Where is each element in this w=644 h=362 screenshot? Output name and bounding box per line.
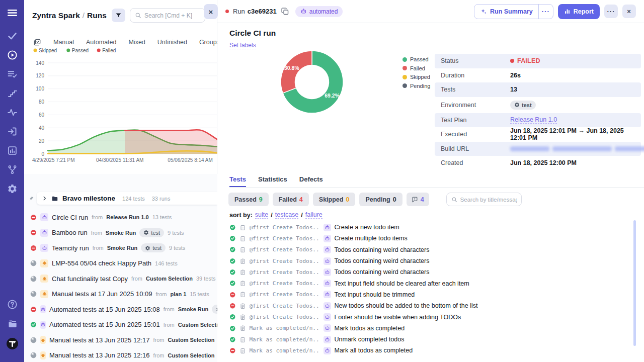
test-suite: @first Create Todos... xyxy=(250,314,320,320)
sidebar-import-icon[interactable] xyxy=(7,126,18,137)
clipboard-icon xyxy=(239,235,246,242)
test-title: Create multiple todo items xyxy=(335,235,408,242)
filter-pending[interactable]: Pending 0 xyxy=(359,193,402,206)
breadcrumb-project[interactable]: Zyntra Spark xyxy=(32,11,80,20)
sidebar-folders-icon[interactable] xyxy=(7,318,18,329)
sidebar-activity-icon[interactable] xyxy=(7,107,18,118)
sidebar-steps-icon[interactable] xyxy=(7,88,18,99)
run-title: LMP-554 05/04 check Happy Path xyxy=(52,259,151,267)
tab-automated[interactable]: Automated xyxy=(86,39,116,46)
legend-dot xyxy=(403,57,407,62)
test-list-item[interactable]: @first Create Todos... New todos should … xyxy=(229,300,629,311)
test-title: Todos containing weird characters xyxy=(335,257,430,264)
detail-row: Test Plan Release Run 1.0 xyxy=(435,113,641,128)
test-list-item[interactable]: @first Create Todos... Footer should be … xyxy=(229,311,629,322)
run-list-item[interactable]: Automated tests at 15 Jun 2025 15:08from… xyxy=(24,302,217,317)
manual-run-icon xyxy=(40,351,46,359)
more-actions-button[interactable]: ··· xyxy=(604,5,618,18)
test-suite: @first Create Todos... xyxy=(250,291,320,298)
panel-close-button[interactable]: × xyxy=(204,4,218,19)
test-list-item[interactable]: @first Create Todos... Todos containing … xyxy=(229,266,629,278)
run-title: Manual tests at 13 Jun 2025 12:17 xyxy=(49,336,149,344)
passed-status-icon xyxy=(229,224,236,231)
sidebar-logo-icon[interactable] xyxy=(6,337,19,350)
detail-row: Created Jun 18, 2025 12:00 PM xyxy=(435,156,641,170)
legend-item: Skipped xyxy=(403,74,430,80)
run-from-label: from xyxy=(131,276,142,282)
run-list-item[interactable]: Bamboo runfrom Smoke Runtest9 tests xyxy=(24,225,217,241)
run-list-item[interactable]: Manual tests at 13 Jun 2025 12:16from Cu… xyxy=(24,348,217,362)
sidebar-play-circle-icon[interactable] xyxy=(7,50,18,60)
test-list-item[interactable]: @first Create Todos... Todos containing … xyxy=(229,255,629,266)
sort-testcase-link[interactable]: testcase xyxy=(275,211,299,219)
filter-skipped[interactable]: Skipped 0 xyxy=(313,193,356,206)
tab-statistics[interactable]: Statistics xyxy=(258,175,287,187)
run-list-item[interactable]: LMP-554 05/04 check Happy Path146 tests xyxy=(24,256,217,272)
test-list-item[interactable]: @first Create Todos... Text input should… xyxy=(229,289,629,300)
automated-badge-label: automated xyxy=(309,8,338,15)
svg-text:04/30/2025 11:31 AM: 04/30/2025 11:31 AM xyxy=(96,157,143,163)
test-list-item[interactable]: Mark as completed/n... Unmark completed … xyxy=(229,334,629,345)
sidebar-check-icon[interactable] xyxy=(7,31,18,41)
tests-scrollbar[interactable] xyxy=(633,220,636,346)
close-run-button[interactable]: × xyxy=(622,5,636,18)
chevron-right-icon[interactable] xyxy=(42,196,47,201)
sidebar-branch-icon[interactable] xyxy=(7,164,18,175)
runs-list-panel: Zyntra Spark/Runs ManualAutomatedMixedUn… xyxy=(24,0,217,362)
sidebar-gear-icon[interactable] xyxy=(7,184,18,194)
filter-passed[interactable]: Passed 9 xyxy=(228,193,269,206)
report-button[interactable]: Report xyxy=(558,4,600,19)
select-all-icon[interactable] xyxy=(33,38,41,46)
run-detail-panel: Run c3e69231 automated Run Summary ··· R… xyxy=(217,0,644,362)
test-list-item[interactable]: @first Create Todos... Text input field … xyxy=(229,278,629,289)
passed-status-icon xyxy=(229,258,236,264)
run-list-item[interactable]: Manual tests at 17 Jun 2025 10:09from pl… xyxy=(24,287,217,302)
test-title: Todos containing weird characters xyxy=(335,268,430,276)
not-executed-status-icon xyxy=(30,291,37,297)
sort-suite-link[interactable]: suite xyxy=(255,211,268,219)
run-list-item[interactable]: Chat functinality test Copyfrom Custom S… xyxy=(24,271,217,287)
test-list-item[interactable]: Mark as completed/n... Mark all todos as… xyxy=(229,345,629,356)
sidebar-list-check-icon[interactable] xyxy=(7,69,18,79)
sidebar-chart-box-icon[interactable] xyxy=(7,145,18,156)
run-from-label: from xyxy=(153,352,164,358)
filter-comments[interactable]: 4 xyxy=(407,193,429,206)
run-list-item[interactable]: Automated tests at 15 Jun 2025 15:01from… xyxy=(24,317,217,333)
detail-value: 13 xyxy=(510,86,517,93)
sidebar-menu-icon[interactable] xyxy=(7,7,18,19)
test-list-item[interactable]: Mark as completed/n... Mark todos as com… xyxy=(229,323,629,334)
legend-item: Pending xyxy=(403,83,430,89)
sidebar-help-icon[interactable] xyxy=(7,299,18,310)
manual-run-icon xyxy=(40,336,46,344)
tests-search-input[interactable] xyxy=(460,197,517,203)
tab-mixed[interactable]: Mixed xyxy=(128,39,145,46)
run-title: Bamboo run xyxy=(52,229,88,236)
test-list-item[interactable]: @first Create Todos... Create a new todo… xyxy=(229,222,629,233)
run-summary-more-button[interactable]: ··· xyxy=(539,5,553,19)
tab-groups[interactable]: Groups xyxy=(199,39,220,46)
sort-failure-link[interactable]: failure xyxy=(305,211,323,219)
tab-tests[interactable]: Tests xyxy=(229,175,246,187)
search-input[interactable] xyxy=(144,12,200,19)
set-labels-link[interactable]: Set labels xyxy=(229,42,256,49)
run-summary-button[interactable]: Run Summary ··· xyxy=(474,4,553,19)
run-list-item[interactable]: Manual tests at 13 Jun 2025 12:17from Cu… xyxy=(24,332,217,348)
run-source: Smoke Run xyxy=(106,230,136,236)
test-title: Mark all todos as completed xyxy=(335,347,413,354)
tab-manual[interactable]: Manual xyxy=(53,39,74,46)
automated-test-icon xyxy=(324,280,331,287)
tab-defects[interactable]: Defects xyxy=(299,175,323,187)
svg-text:20: 20 xyxy=(39,138,45,144)
runs-history-chart: 020406080100120140SkippedPassedFailed4/2… xyxy=(24,46,217,171)
run-list-item[interactable]: Circle CI runfrom Release Run 1.013 test… xyxy=(24,210,217,225)
milestone-row[interactable]: Bravo milestone 124 tests 33 runs xyxy=(28,192,217,205)
test-list-item[interactable]: @first Create Todos... Todos containing … xyxy=(229,244,629,255)
filter-failed[interactable]: Failed 4 xyxy=(273,193,309,206)
test-plan-link[interactable]: Release Run 1.0 xyxy=(510,116,557,124)
filter-button[interactable] xyxy=(112,9,125,22)
copy-icon[interactable] xyxy=(281,7,289,16)
run-list-item[interactable]: Teamcity runfrom Smoke Runtest9 tests xyxy=(24,240,217,256)
tab-unfinished[interactable]: Unfinished xyxy=(157,39,187,46)
test-suite: @first Create Todos... xyxy=(250,224,320,231)
test-list-item[interactable]: @first Create Todos... Create multiple t… xyxy=(229,233,629,244)
